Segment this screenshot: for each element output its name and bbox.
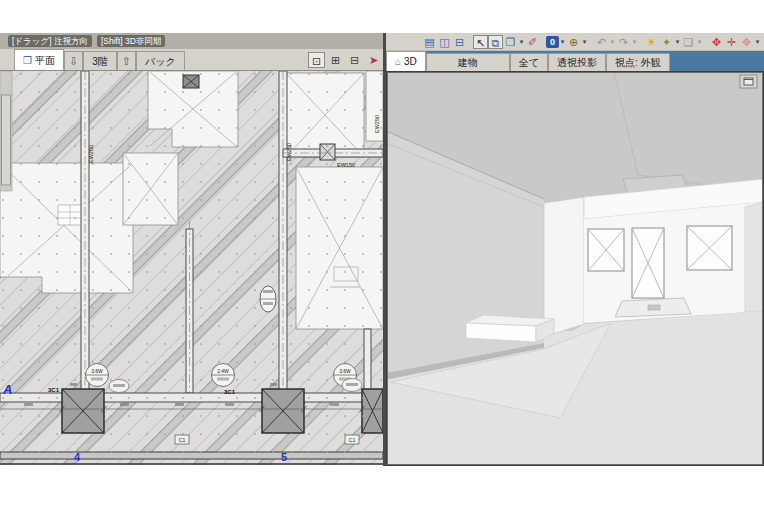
- sync-view-button[interactable]: ➤: [365, 52, 382, 68]
- floor-down-icon: ⇩: [69, 53, 78, 70]
- tab-viewpoint-label: 視点: 外観: [615, 54, 661, 71]
- tab-plan-label: 平面: [35, 52, 55, 69]
- svg-text:3.6W: 3.6W: [91, 368, 103, 374]
- svg-text:C1: C1: [179, 437, 186, 443]
- plan-view-tabbar: ❐ 平面 ⇩ 3階 ⇧ バック ⊡ ⊞ ⊟ ➤: [0, 49, 383, 71]
- grid-label-5: 5: [281, 451, 287, 463]
- view3d-toolbar: ▤ ◫ ⊟ ↖ ⧉ ❐ ▾ ✐ 0 ▾ ⊕ ▾ ↶ ▾ ↷ ▾ ☀ ✦ ▾ ❏ …: [386, 33, 764, 51]
- clip-export-icon[interactable]: ❐: [503, 35, 518, 49]
- right-recess: [745, 202, 764, 312]
- platform-step: [466, 315, 554, 342]
- lighting-icon[interactable]: ☀: [644, 35, 659, 49]
- pan-view-icon[interactable]: ✥: [709, 35, 724, 49]
- svg-text:EW250: EW250: [374, 115, 380, 133]
- grid-label-4: 4: [74, 451, 81, 463]
- scrollbar-thumb: [2, 95, 11, 185]
- drag-hint-badge: [ドラッグ] 注視方向: [8, 35, 92, 47]
- texture-icon[interactable]: ❏: [681, 35, 696, 49]
- tab-projection-label: 透視投影: [557, 54, 597, 71]
- rotate-view-icon[interactable]: ✥: [739, 35, 754, 49]
- tab-floor3-label: 3階: [92, 53, 108, 70]
- svg-text:EW150: EW150: [337, 162, 355, 168]
- layout-columns-icon[interactable]: ◫: [437, 35, 452, 49]
- select-region-icon[interactable]: ⧉: [488, 35, 503, 49]
- undo-icon[interactable]: ↶: [594, 35, 609, 49]
- view3d-canvas[interactable]: [386, 71, 764, 466]
- tab-all-label: 全て: [519, 54, 539, 71]
- tab-3d-label: 3D: [404, 53, 417, 70]
- zoom-tool-icon[interactable]: ⊕: [566, 35, 581, 49]
- house-icon: ⌂: [395, 53, 401, 70]
- chevron-down-icon[interactable]: ▾: [696, 38, 703, 46]
- svg-text:3C1: 3C1: [48, 387, 60, 393]
- tab-building[interactable]: 建物: [426, 53, 510, 71]
- layout-rows-icon[interactable]: ⊟: [452, 35, 467, 49]
- chevron-down-icon[interactable]: ▾: [674, 38, 681, 46]
- near-column: [544, 197, 584, 337]
- svg-text:3C1: 3C1: [224, 389, 236, 395]
- tab-viewpoint[interactable]: 視点: 外観: [606, 53, 670, 71]
- floor-down-button[interactable]: ⇩: [64, 51, 83, 70]
- monitor-view-button[interactable]: ⊡: [308, 52, 325, 68]
- walkthrough-icon[interactable]: 0: [546, 36, 559, 48]
- select-arrow-icon[interactable]: ↖: [473, 35, 488, 49]
- chevron-down-icon[interactable]: ▾: [609, 38, 616, 46]
- svg-text:2.4W: 2.4W: [217, 368, 229, 374]
- left-scrollbar[interactable]: [0, 71, 12, 191]
- floor-up-icon: ⇧: [122, 53, 131, 70]
- chevron-down-icon[interactable]: ▾: [518, 38, 525, 46]
- tab-plan-view[interactable]: ❐ 平面: [14, 49, 64, 70]
- fit-view-icon[interactable]: ✛: [724, 35, 739, 49]
- chevron-down-icon[interactable]: ▾: [581, 38, 588, 46]
- chevron-down-icon[interactable]: ▾: [631, 38, 638, 46]
- floor-up-button[interactable]: ⇧: [117, 51, 136, 70]
- svg-text:EW250: EW250: [88, 145, 94, 163]
- layout-list-icon[interactable]: ▤: [422, 35, 437, 49]
- elevation-view-button[interactable]: ⊞: [327, 52, 344, 68]
- svg-text:3.6W: 3.6W: [339, 368, 351, 374]
- titlebar-filler: [670, 51, 764, 71]
- tab-floor3[interactable]: 3階: [83, 51, 117, 70]
- render-icon[interactable]: ✦: [659, 35, 674, 49]
- door-track: [648, 305, 660, 310]
- tab-building-label: 建物: [458, 54, 478, 71]
- elevation-view-button-2[interactable]: ⊟: [346, 52, 363, 68]
- chevron-down-icon[interactable]: ▾: [559, 38, 566, 46]
- svg-text:C1: C1: [349, 437, 356, 443]
- grid-label-a: A: [2, 382, 12, 397]
- plan-canvas[interactable]: 3.6W 2.4W 3.6W EW250 EW250 EW150 EW250 3…: [0, 71, 383, 505]
- view3d-tabbar: ⌂ 3D 建物 全て 透視投影 視点: 外観: [386, 51, 764, 71]
- hint-bar: [ドラッグ] 注視方向 [Shift] 3D非同期: [0, 33, 383, 49]
- tab-all[interactable]: 全て: [510, 53, 548, 71]
- tab-projection[interactable]: 透視投影: [548, 53, 606, 71]
- tab-back[interactable]: バック: [136, 51, 185, 70]
- maximize-icon[interactable]: [740, 75, 757, 88]
- plan-view-icon: ❐: [23, 52, 32, 69]
- redo-icon[interactable]: ↷: [616, 35, 631, 49]
- chevron-down-icon[interactable]: ▾: [754, 38, 761, 46]
- pen-tool-icon[interactable]: ✐: [525, 35, 540, 49]
- svg-text:EW250: EW250: [286, 143, 292, 161]
- tab-back-label: バック: [145, 53, 176, 70]
- tab-3d[interactable]: ⌂ 3D: [386, 51, 426, 71]
- shift-hint-badge: [Shift] 3D非同期: [97, 35, 165, 47]
